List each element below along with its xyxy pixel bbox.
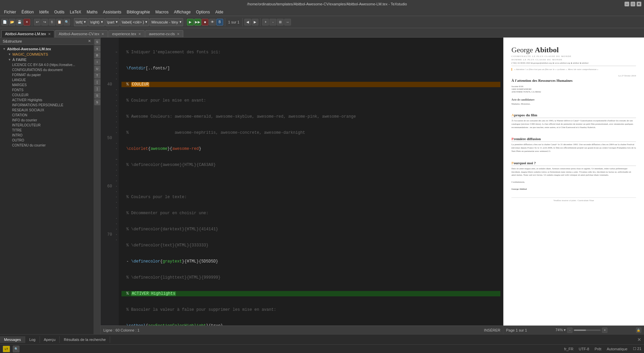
- bottom-tab-log[interactable]: Log: [25, 336, 40, 343]
- tree-marges[interactable]: MARGES: [0, 82, 94, 87]
- side-btn-3[interactable]: B: [94, 52, 100, 58]
- zoom-plus-icon[interactable]: +: [602, 328, 607, 333]
- open-icon[interactable]: 📂: [9, 19, 15, 25]
- sep2: [72, 18, 72, 26]
- tree-info-courrier[interactable]: INFO du courrier: [0, 118, 94, 123]
- tab-lm[interactable]: Abitbol-Awesome-LM.tex ✕: [1, 30, 54, 38]
- side-btn-10[interactable]: S: [94, 99, 100, 105]
- compile-all-icon[interactable]: ▶▶: [194, 19, 201, 25]
- side-btn-4[interactable]: I: [94, 59, 100, 65]
- left-bracket-dropdown[interactable]: \left( ▾: [74, 18, 88, 26]
- compile-icon[interactable]: ▶: [187, 19, 194, 25]
- side-btn-9[interactable]: S: [94, 93, 100, 99]
- zoom-out-icon[interactable]: -: [269, 19, 276, 25]
- next-page-icon[interactable]: ▶: [252, 19, 258, 25]
- new-file-icon[interactable]: 📄: [1, 19, 8, 25]
- part-dropdown[interactable]: \part ▾: [105, 18, 119, 26]
- menu-assistants[interactable]: Assistants: [100, 9, 124, 15]
- fold-23: −: [114, 157, 119, 162]
- copy-icon[interactable]: ⎘: [49, 19, 55, 25]
- fontsize-dropdown[interactable]: Minuscule - \tiny ▾: [150, 18, 183, 26]
- sep3: [185, 18, 185, 26]
- side-btn-7[interactable]: [: [94, 79, 100, 85]
- lang-tools-icon[interactable]: 🔍: [13, 346, 19, 352]
- tree-fonts[interactable]: FONTS: [0, 87, 94, 93]
- side-btn-1[interactable]: S: [94, 39, 100, 45]
- tab-cv[interactable]: Abitbol-Awesome-CV.tex ✕: [55, 30, 108, 37]
- tree-magic-comments[interactable]: ▼ MAGIC_COMMENTS: [0, 52, 94, 57]
- tree-intro[interactable]: INTRO: [0, 133, 94, 138]
- tree-titre[interactable]: TITRE: [0, 128, 94, 133]
- sidebar-close-icon[interactable]: ✕: [88, 39, 91, 43]
- fold-2[interactable]: [114, 44, 119, 50]
- save-icon[interactable]: 💾: [16, 19, 23, 25]
- redo-icon[interactable]: ↪: [41, 19, 48, 25]
- label-dropdown[interactable]: \label{ <clé> } ▾: [120, 18, 149, 26]
- section1-first-letter: A: [511, 113, 514, 117]
- maximize-button[interactable]: □: [631, 2, 635, 6]
- tab-exp-close[interactable]: ✕: [138, 32, 141, 36]
- menu-latex[interactable]: LaTeX: [67, 9, 84, 15]
- menu-maths[interactable]: Maths: [84, 9, 100, 15]
- tree-contenu[interactable]: CONTENU du courrier: [0, 143, 94, 148]
- bottom-tab-resultats[interactable]: Résultats de la recherche: [60, 336, 110, 343]
- menu-affichage[interactable]: Affichage: [171, 9, 193, 15]
- tab-exp[interactable]: experience.tex ✕: [108, 30, 145, 37]
- lt-icon[interactable]: LT: [3, 346, 10, 352]
- zoom-in-icon[interactable]: +: [262, 19, 269, 25]
- tab-cv-close[interactable]: ✕: [101, 32, 104, 36]
- side-btn-2[interactable]: s: [94, 46, 100, 52]
- fit-page-icon[interactable]: ⊞: [277, 19, 284, 25]
- close-doc-icon[interactable]: ✕: [23, 19, 30, 25]
- editor-content[interactable]: 40 50 60: [101, 38, 503, 326]
- fold-3[interactable]: −: [114, 50, 119, 55]
- code-editor[interactable]: % Indiquer l'emplacement des fonts ici: …: [119, 38, 503, 326]
- zoom-minus-icon[interactable]: -: [567, 328, 573, 333]
- menu-options[interactable]: Options: [193, 9, 212, 15]
- tree-langue[interactable]: LANGUE: [0, 77, 94, 82]
- bottom-tab-apercu[interactable]: Aperçu: [40, 336, 60, 343]
- stop-icon[interactable]: ■: [202, 19, 208, 25]
- tree-licence[interactable]: LICENCE CC BY-SA 4.0 (https://creative..…: [0, 62, 94, 67]
- left-bracket-arrow: ▾: [84, 20, 86, 24]
- menu-outils[interactable]: Outils: [51, 9, 67, 15]
- view-icon[interactable]: 👁: [209, 19, 216, 25]
- menu-fichier[interactable]: Fichier: [1, 9, 19, 15]
- menu-aide[interactable]: Aide: [212, 9, 226, 15]
- tree-format[interactable]: FORMAT du papier: [0, 72, 94, 77]
- side-btn-5[interactable]: U: [94, 66, 100, 72]
- lock-icon[interactable]: 🔒: [636, 328, 641, 333]
- side-btn-6[interactable]: T: [94, 72, 100, 78]
- menu-idefix[interactable]: Idéfix: [37, 9, 52, 15]
- close-button[interactable]: ✕: [637, 2, 641, 6]
- tree-reseaux[interactable]: RESEAUX SOCIAUX: [0, 108, 94, 113]
- tree-a-faire[interactable]: ▼ À FAIRE: [0, 57, 94, 62]
- bottom-tab-messages[interactable]: Messages: [0, 336, 25, 343]
- fold-1[interactable]: [114, 39, 119, 44]
- bibtex-icon[interactable]: B: [216, 19, 223, 25]
- footer-right: fr_FR UTF-8 Prêt Automatique ☐ 21: [564, 347, 641, 351]
- tree-outro[interactable]: OUTRO: [0, 138, 94, 143]
- tree-activer[interactable]: ACTIVER Highlights: [0, 98, 94, 103]
- side-btn-8[interactable]: ]: [94, 86, 100, 92]
- fit-width-icon[interactable]: ↔: [284, 19, 291, 25]
- tree-root[interactable]: ▼ Abitbol-Awesome-LM.tex: [0, 46, 94, 52]
- prev-page-icon[interactable]: ◀: [244, 19, 251, 25]
- tab-cls[interactable]: awesome-cv.cls ✕: [145, 30, 183, 37]
- tree-interlocuteur[interactable]: INTERLOCUTEUR: [0, 123, 94, 128]
- right-bracket-dropdown[interactable]: \right) ▾: [88, 18, 104, 26]
- tab-cls-close[interactable]: ✕: [177, 32, 180, 36]
- undo-icon[interactable]: ↩: [34, 19, 41, 25]
- bottom-close-button[interactable]: ✕: [635, 337, 644, 342]
- menu-edition[interactable]: Édition: [19, 9, 37, 15]
- tab-lm-close[interactable]: ✕: [48, 32, 51, 36]
- menu-bibliographie[interactable]: Bibliographie: [124, 9, 153, 15]
- tree-config[interactable]: CONFIGURATIONS du document: [0, 67, 94, 72]
- tree-info-perso[interactable]: INFORMATIONS PERSONNELLE: [0, 103, 94, 108]
- menu-macros[interactable]: Macros: [153, 9, 171, 15]
- paste-icon[interactable]: 📋: [56, 19, 63, 25]
- tree-couleur[interactable]: COULEUR: [0, 93, 94, 98]
- tree-citation[interactable]: CITATION: [0, 113, 94, 118]
- minimize-button[interactable]: ─: [625, 2, 629, 6]
- search-icon[interactable]: 🔍: [63, 19, 70, 25]
